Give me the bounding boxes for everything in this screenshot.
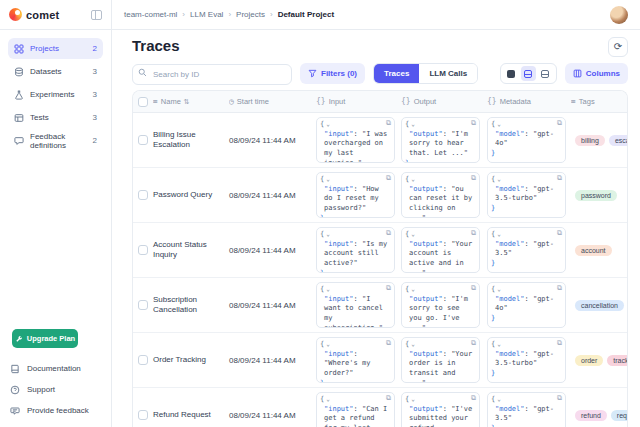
- col-header-input[interactable]: {}Input: [316, 97, 401, 106]
- copy-icon[interactable]: ⧉: [557, 339, 562, 349]
- copy-icon[interactable]: ⧉: [386, 284, 391, 294]
- upgrade-plan-button[interactable]: Upgrade Plan: [12, 329, 78, 348]
- col-header-output[interactable]: {}Output: [401, 97, 487, 106]
- copy-icon[interactable]: ⧉: [386, 229, 391, 239]
- json-expand-header[interactable]: {⌄: [320, 285, 391, 295]
- output-json-box[interactable]: {⌄⧉"output": "I've submitted your refund…: [401, 392, 480, 427]
- tag-pill[interactable]: request: [611, 410, 627, 421]
- json-expand-header[interactable]: {⌄: [491, 395, 562, 405]
- json-expand-header[interactable]: {⌄: [491, 120, 562, 130]
- comet-logo[interactable]: comet: [9, 8, 59, 21]
- json-expand-header[interactable]: {⌄: [405, 230, 476, 240]
- row-checkbox[interactable]: [138, 300, 148, 310]
- output-json-box[interactable]: {⌄⧉"output": "I'm sorry to hear that. Le…: [401, 117, 480, 163]
- col-header-start-time[interactable]: ◷Start time: [229, 97, 316, 106]
- json-expand-header[interactable]: {⌄: [320, 120, 391, 130]
- table-row[interactable]: Billing Issue Escalation08/09/24 11:44 A…: [133, 113, 627, 168]
- copy-icon[interactable]: ⧉: [557, 394, 562, 404]
- copy-icon[interactable]: ⧉: [471, 394, 476, 404]
- sidebar-item-experiments[interactable]: Experiments 3: [8, 84, 103, 105]
- metadata-json-box[interactable]: {⌄⧉"model": "gpt-3.5-turbo"}: [487, 172, 566, 218]
- breadcrumb-item[interactable]: LLM Eval: [190, 10, 223, 19]
- json-expand-header[interactable]: {⌄: [320, 395, 391, 405]
- copy-icon[interactable]: ⧉: [471, 119, 476, 129]
- input-json-box[interactable]: {⌄⧉"input": "How do I reset my password?…: [316, 172, 395, 218]
- row-checkbox[interactable]: [138, 135, 148, 145]
- metadata-json-box[interactable]: {⌄⧉"model": "gpt-4o"}: [487, 117, 566, 163]
- col-header-metadata[interactable]: {}Metadata: [487, 97, 571, 106]
- tag-pill[interactable]: refund: [575, 410, 607, 421]
- sidebar-item-datasets[interactable]: Datasets 3: [8, 61, 103, 82]
- table-row[interactable]: Password Query08/09/24 11:44 AM{⌄⧉"input…: [133, 168, 627, 223]
- density-large-button[interactable]: [538, 66, 553, 81]
- tag-pill[interactable]: order: [575, 355, 603, 366]
- filters-button[interactable]: Filters (0): [300, 63, 365, 84]
- json-expand-header[interactable]: {⌄: [320, 340, 391, 350]
- copy-icon[interactable]: ⧉: [386, 119, 391, 129]
- sidebar-item-documentation[interactable]: Documentation: [10, 358, 101, 379]
- json-expand-header[interactable]: {⌄: [405, 175, 476, 185]
- row-checkbox[interactable]: [138, 410, 148, 420]
- tag-pill[interactable]: escalation: [609, 135, 627, 146]
- json-expand-header[interactable]: {⌄: [320, 230, 391, 240]
- json-expand-header[interactable]: {⌄: [491, 175, 562, 185]
- sidebar-collapse-icon[interactable]: [91, 10, 102, 20]
- copy-icon[interactable]: ⧉: [557, 174, 562, 184]
- output-json-box[interactable]: {⌄⧉"output": "ou can reset it by clickin…: [401, 172, 480, 218]
- table-row[interactable]: Subscription Cancellation08/09/24 11:44 …: [133, 278, 627, 333]
- json-expand-header[interactable]: {⌄: [405, 395, 476, 405]
- table-row[interactable]: Account Status Inquiry08/09/24 11:44 AM{…: [133, 223, 627, 278]
- json-expand-header[interactable]: {⌄: [320, 175, 391, 185]
- copy-icon[interactable]: ⧉: [557, 229, 562, 239]
- user-avatar[interactable]: [610, 6, 628, 24]
- input-json-box[interactable]: {⌄⧉"input": "I was overcharged on my las…: [316, 117, 395, 163]
- output-json-box[interactable]: {⌄⧉"output": "Your account is active and…: [401, 227, 480, 273]
- columns-button[interactable]: Columns: [565, 63, 628, 84]
- tag-pill[interactable]: tracking: [607, 355, 627, 366]
- tag-pill[interactable]: cancellation: [575, 300, 624, 311]
- breadcrumb-item[interactable]: Projects: [236, 10, 265, 19]
- sidebar-item-provide-feedback[interactable]: Provide feedback: [10, 400, 101, 421]
- col-header-name[interactable]: ≡Name⇅: [153, 97, 229, 106]
- json-expand-header[interactable]: {⌄: [491, 230, 562, 240]
- tag-pill[interactable]: account: [575, 245, 612, 256]
- row-checkbox[interactable]: [138, 355, 148, 365]
- json-expand-header[interactable]: {⌄: [491, 340, 562, 350]
- metadata-json-box[interactable]: {⌄⧉"model": "gpt-4o"}: [487, 282, 566, 328]
- output-json-box[interactable]: {⌄⧉"output": "Your order is in transit a…: [401, 337, 480, 383]
- copy-icon[interactable]: ⧉: [471, 339, 476, 349]
- metadata-json-box[interactable]: {⌄⧉"model": "gpt-3.5"}: [487, 227, 566, 273]
- row-checkbox[interactable]: [138, 245, 148, 255]
- col-header-tags[interactable]: ≡Tags: [571, 97, 627, 106]
- tab-llm-calls[interactable]: LLM Calls: [419, 64, 477, 83]
- search-input[interactable]: [132, 64, 292, 85]
- density-small-button[interactable]: [504, 66, 519, 81]
- output-json-box[interactable]: {⌄⧉"output": "I'm sorry to see you go. I…: [401, 282, 480, 328]
- table-row[interactable]: Refund Request08/09/24 11:44 AM{⌄⧉"input…: [133, 388, 627, 427]
- copy-icon[interactable]: ⧉: [557, 284, 562, 294]
- copy-icon[interactable]: ⧉: [386, 174, 391, 184]
- copy-icon[interactable]: ⧉: [386, 339, 391, 349]
- input-json-box[interactable]: {⌄⧉"input": "Where's my order?"}: [316, 337, 395, 383]
- tag-pill[interactable]: password: [575, 190, 617, 201]
- breadcrumb-item[interactable]: team-comet-ml: [124, 10, 177, 19]
- copy-icon[interactable]: ⧉: [471, 229, 476, 239]
- metadata-json-box[interactable]: {⌄⧉"model": "gpt-3.5"}: [487, 392, 566, 427]
- json-expand-header[interactable]: {⌄: [405, 340, 476, 350]
- tab-traces[interactable]: Traces: [374, 64, 419, 83]
- copy-icon[interactable]: ⧉: [557, 119, 562, 129]
- density-medium-button[interactable]: [521, 66, 536, 81]
- metadata-json-box[interactable]: {⌄⧉"model": "gpt-3.5-turbo"}: [487, 337, 566, 383]
- refresh-button[interactable]: ⟳: [608, 37, 628, 57]
- sidebar-item-projects[interactable]: Projects 2: [8, 38, 103, 59]
- sidebar-item-support[interactable]: Support: [10, 379, 101, 400]
- tag-pill[interactable]: billing: [575, 135, 605, 146]
- copy-icon[interactable]: ⧉: [471, 174, 476, 184]
- sidebar-item-feedback-definitions[interactable]: Feedback definitions 2: [8, 130, 103, 151]
- sort-icon[interactable]: ⇅: [184, 98, 190, 106]
- json-expand-header[interactable]: {⌄: [405, 120, 476, 130]
- table-row[interactable]: Order Tracking08/09/24 11:44 AM{⌄⧉"input…: [133, 333, 627, 388]
- copy-icon[interactable]: ⧉: [386, 394, 391, 404]
- row-checkbox[interactable]: [138, 190, 148, 200]
- input-json-box[interactable]: {⌄⧉"input": "Can I get a refund for my l…: [316, 392, 395, 427]
